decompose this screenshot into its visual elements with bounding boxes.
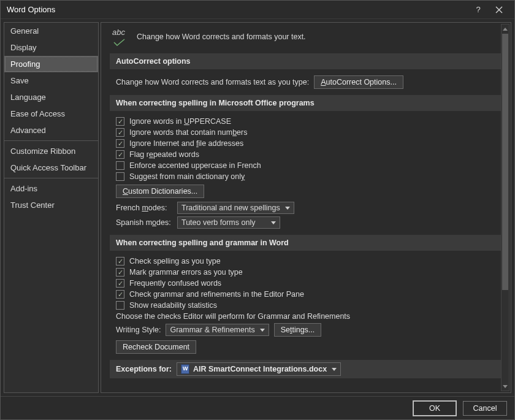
close-button[interactable] (489, 1, 509, 18)
checkbox[interactable] (116, 268, 124, 277)
exceptions-document-select[interactable]: AIR SmartConnect Integrations.docx (177, 362, 341, 376)
checkbox-row: Enforce accented uppercase in French (116, 161, 502, 170)
checkbox[interactable] (116, 279, 124, 288)
checkbox-label: Ignore words that contain numbers (129, 128, 247, 137)
checkbox-label: Frequently confused words (129, 279, 221, 288)
french-modes-label: French modes: (116, 204, 172, 212)
checkbox-label: Check grammar and refinements in the Edi… (129, 290, 304, 299)
writing-style-select[interactable]: Grammar & Refinements (166, 324, 269, 336)
ok-button[interactable]: OK (413, 400, 457, 416)
scroll-down-icon[interactable] (502, 382, 509, 391)
checkbox[interactable] (116, 128, 124, 137)
spanish-modes-label: Spanish modes: (116, 218, 172, 227)
spanish-modes-select[interactable]: Tuteo verb forms only (177, 216, 280, 229)
section-exceptions-header: Exceptions for: AIR SmartConnect Integra… (110, 360, 502, 378)
checkbox-label: Show readability statistics (129, 301, 217, 310)
autocorrect-options-button[interactable]: AutoCorrect Options... (314, 75, 403, 89)
options-panel: abc Change how Word corrects and formats… (101, 23, 511, 392)
checkbox-label: Flag repeated words (129, 150, 199, 159)
dialog-footer: OK Cancel (1, 396, 514, 419)
french-modes-select[interactable]: Traditional and new spellings (177, 202, 294, 214)
help-button[interactable]: ? (468, 1, 489, 18)
autocorrect-desc: Change how Word corrects and formats tex… (116, 78, 309, 86)
checkbox-label: Suggest from main dictionary only (129, 172, 245, 181)
sidebar-item-general[interactable]: General (4, 23, 98, 39)
section-autocorrect-header: AutoCorrect options (110, 53, 502, 69)
sidebar-item-quick-access-toolbar[interactable]: Quick Access Toolbar (4, 159, 98, 176)
scroll-thumb[interactable] (502, 34, 508, 290)
writing-style-label: Writing Style: (116, 326, 161, 334)
checkbox[interactable] (116, 161, 124, 170)
sidebar-item-proofing[interactable]: Proofing (4, 56, 98, 72)
proofing-icon: abc (112, 29, 129, 45)
sidebar-item-advanced[interactable]: Advanced (4, 122, 98, 139)
checkbox-row: Check grammar and refinements in the Edi… (116, 290, 502, 299)
category-sidebar: GeneralDisplayProofingSaveLanguageEase o… (4, 22, 99, 393)
checkbox[interactable] (116, 139, 124, 148)
checkbox-row: Frequently confused words (116, 279, 502, 288)
writing-style-settings-button[interactable]: Settings... (274, 323, 322, 337)
window-title: Word Options (7, 5, 468, 14)
checkbox[interactable] (116, 290, 124, 299)
choose-checks-label: Choose the checks Editor will perform fo… (116, 312, 350, 321)
checkbox[interactable] (116, 172, 124, 181)
checkbox[interactable] (116, 257, 124, 265)
checkbox-label: Ignore Internet and file addresses (129, 139, 243, 148)
panel-description: Change how Word corrects and formats you… (137, 32, 306, 41)
titlebar: Word Options ? (1, 1, 514, 19)
checkbox-row: Flag repeated words (116, 150, 502, 159)
checkbox[interactable] (116, 150, 124, 159)
checkbox-label: Ignore words in UPPERCASE (129, 117, 231, 126)
vertical-scrollbar[interactable] (501, 24, 509, 391)
sidebar-item-customize-ribbon[interactable]: Customize Ribbon (4, 143, 98, 159)
checkbox-label: Check spelling as you type (129, 257, 221, 265)
checkbox-row: Check spelling as you type (116, 257, 502, 265)
checkbox-label: Enforce accented uppercase in French (129, 161, 261, 170)
sidebar-item-display[interactable]: Display (4, 39, 98, 56)
exceptions-label: Exceptions for: (116, 365, 172, 373)
checkbox-row: Show readability statistics (116, 301, 502, 310)
sidebar-item-language[interactable]: Language (4, 89, 98, 105)
sidebar-item-save[interactable]: Save (4, 72, 98, 89)
checkbox-row: Ignore Internet and file addresses (116, 139, 502, 148)
sidebar-item-add-ins[interactable]: Add-ins (4, 180, 98, 197)
cancel-button[interactable]: Cancel (463, 401, 507, 416)
sidebar-item-ease-of-access[interactable]: Ease of Access (4, 105, 98, 122)
checkbox[interactable] (116, 117, 124, 126)
section-office-spelling-header: When correcting spelling in Microsoft Of… (110, 95, 502, 111)
checkbox-row: Mark grammar errors as you type (116, 268, 502, 277)
scroll-up-icon[interactable] (502, 25, 509, 33)
checkbox-row: Suggest from main dictionary only (116, 172, 502, 181)
section-word-spelling-header: When correcting spelling and grammar in … (110, 235, 502, 251)
recheck-document-button[interactable]: Recheck Document (116, 340, 196, 354)
checkbox-row: Ignore words that contain numbers (116, 128, 502, 137)
custom-dictionaries-button[interactable]: Custom Dictionaries... (116, 185, 204, 198)
checkbox-label: Mark grammar errors as you type (129, 268, 243, 277)
word-options-dialog: Word Options ? GeneralDisplayProofingSav… (0, 0, 515, 420)
checkbox[interactable] (116, 301, 124, 310)
sidebar-item-trust-center[interactable]: Trust Center (4, 197, 98, 213)
checkbox-row: Ignore words in UPPERCASE (116, 117, 502, 126)
word-doc-icon (181, 364, 189, 374)
